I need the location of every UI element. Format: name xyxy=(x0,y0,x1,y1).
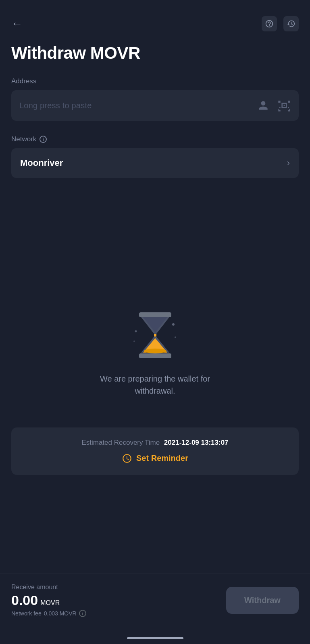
top-bar: ← xyxy=(0,0,310,39)
qr-scan-icon xyxy=(278,99,291,112)
network-value: Moonriver xyxy=(20,158,63,168)
reminder-icon xyxy=(122,453,132,464)
network-label: Network xyxy=(11,135,36,143)
set-reminder-label: Set Reminder xyxy=(136,454,188,463)
network-label-row: Network i xyxy=(11,135,299,143)
home-indicator xyxy=(127,637,183,639)
page-title: Withdraw MOVR xyxy=(0,39,310,77)
receive-label: Receive amount xyxy=(11,584,86,591)
svg-point-7 xyxy=(133,341,135,342)
top-icons xyxy=(262,16,299,31)
network-fee-label: Network fee xyxy=(11,610,42,617)
receive-amount-row: 0.00 MOVR xyxy=(11,592,86,608)
network-fee-row: Network fee 0.003 MOVR i xyxy=(11,610,86,617)
back-button[interactable]: ← xyxy=(11,17,23,30)
qr-scan-button[interactable] xyxy=(278,99,291,112)
recovery-datetime: 2021-12-09 13:13:07 xyxy=(164,439,229,446)
svg-point-4 xyxy=(172,323,175,326)
spacer xyxy=(0,475,310,574)
address-placeholder: Long press to paste xyxy=(19,101,257,110)
history-icon xyxy=(287,19,295,28)
main-content: Address Long press to paste Network i Mo… xyxy=(0,77,310,297)
receive-info: Receive amount 0.00 MOVR Network fee 0.0… xyxy=(11,584,86,617)
svg-point-2 xyxy=(144,349,166,353)
recovery-label: Estimated Recovery Time 2021-12-09 13:13… xyxy=(21,439,289,447)
svg-rect-3 xyxy=(154,334,156,336)
preparing-section: We are preparing the wallet for withdraw… xyxy=(0,297,310,427)
help-button[interactable] xyxy=(262,16,277,31)
history-button[interactable] xyxy=(283,16,299,31)
fee-info-icon: i xyxy=(79,610,86,617)
preparing-message: We are preparing the wallet for withdraw… xyxy=(100,373,210,397)
svg-point-6 xyxy=(135,330,137,332)
receive-amount-value: 0.00 xyxy=(11,592,38,608)
recovery-box: Estimated Recovery Time 2021-12-09 13:13… xyxy=(11,427,299,475)
network-selector[interactable]: Moonriver › xyxy=(11,148,299,178)
svg-point-5 xyxy=(175,336,176,338)
receive-unit: MOVR xyxy=(40,599,60,607)
hourglass-illustration xyxy=(131,309,179,361)
svg-rect-0 xyxy=(139,312,171,317)
contact-icon-button[interactable] xyxy=(257,99,270,112)
address-input-field[interactable]: Long press to paste xyxy=(11,90,299,121)
address-label: Address xyxy=(11,77,299,85)
svg-rect-1 xyxy=(139,353,171,358)
withdraw-button[interactable]: Withdraw xyxy=(226,587,299,614)
contact-icon xyxy=(257,99,270,112)
network-info-icon: i xyxy=(40,136,47,143)
set-reminder-button[interactable]: Set Reminder xyxy=(21,453,289,464)
bottom-bar: Receive amount 0.00 MOVR Network fee 0.0… xyxy=(0,574,310,637)
network-fee-value: 0.003 MOVR xyxy=(44,610,77,617)
address-input-icons xyxy=(257,99,291,112)
help-icon xyxy=(265,19,274,28)
chevron-right-icon: › xyxy=(287,158,290,168)
